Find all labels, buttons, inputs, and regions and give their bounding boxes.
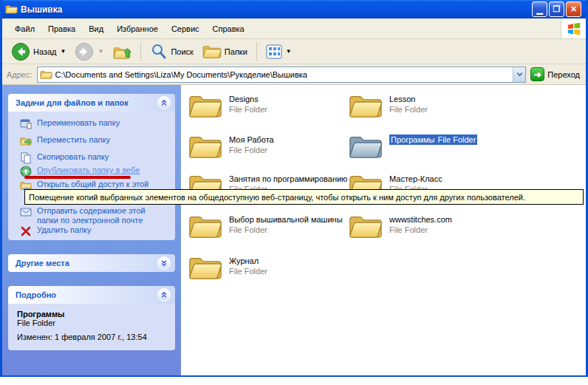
folder-tile-designs[interactable]: DesignsFile Folder (188, 92, 345, 120)
task-label: Отправить содержимое этой папки по элект… (37, 206, 165, 225)
folder-icon (349, 213, 383, 240)
folder-type: File Folder (436, 134, 477, 145)
search-button[interactable]: Поиск (147, 41, 196, 62)
explorer-window: Вышивка ▁ ❐ ✕ Файл Правка Вид Избранное … (0, 0, 588, 377)
copy-icon (20, 152, 32, 164)
folder-name: Мастер-Класс (389, 174, 442, 184)
folder-type: File Folder (389, 225, 452, 235)
folder-type: File Folder (229, 225, 343, 235)
folder-name: Lesson (389, 94, 428, 104)
address-path[interactable]: C:\Documents and Settings\Liza\My Docume… (55, 70, 307, 79)
address-combo[interactable]: C:\Documents and Settings\Liza\My Docume… (37, 67, 527, 83)
task-delete-folder[interactable]: Удалить папку (20, 225, 165, 237)
folders-icon (202, 44, 222, 60)
folder-type: File Folder (229, 145, 274, 155)
address-dropdown-button[interactable] (513, 67, 525, 82)
task-label: Скопировать папку (37, 152, 109, 162)
other-places-header[interactable]: Другие места (8, 254, 175, 272)
folder-name: Выбор вышивальной машины (229, 214, 343, 225)
folder-icon (349, 92, 383, 120)
screen: Вышивка ▁ ❐ ✕ Файл Правка Вид Избранное … (0, 0, 588, 385)
folders-label: Папки (225, 47, 247, 56)
folder-tile-vybor-mashiny[interactable]: Выбор вышивальной машиныFile Folder (188, 213, 345, 240)
folder-name: wwwstitches.com (389, 214, 452, 225)
folder-tile-moya-rabota[interactable]: Моя РаботаFile Folder (188, 133, 345, 160)
folder-name: Журнал (229, 256, 267, 266)
folders-button[interactable]: Папки (199, 42, 250, 61)
up-folder-icon (112, 43, 131, 61)
folder-name: Занятия по программированию (229, 174, 347, 184)
menu-view[interactable]: Вид (82, 22, 110, 35)
views-icon (266, 44, 282, 59)
folder-tile-programmy-selected[interactable]: ПрограммыFile Folder (349, 133, 505, 160)
folder-name: Моя Работа (229, 134, 274, 145)
folder-icon (188, 92, 222, 120)
toolbar-separator (256, 42, 257, 61)
back-label: Назад (33, 47, 57, 56)
file-list: DesignsFile Folder LessonFile Folder Моя… (181, 85, 586, 375)
forward-button[interactable]: ▼ (72, 41, 106, 63)
details-header[interactable]: Подробно (8, 286, 175, 304)
details-modified: Изменен: 1 февраля 2007 г., 13:54 (17, 333, 175, 341)
red-underline-annotation (24, 176, 131, 179)
task-label: Удалить папку (37, 225, 92, 235)
folder-tile-wwwstitches[interactable]: wwwstitches.comFile Folder (349, 213, 505, 240)
go-arrow-icon: ➜ (530, 67, 544, 81)
folder-icon (188, 133, 222, 160)
views-dropdown-icon[interactable]: ▼ (286, 48, 292, 55)
tooltip-text: Помещение копий выбранных элементов на о… (29, 193, 525, 202)
minimize-button[interactable]: ▁ (532, 1, 547, 17)
title-bar[interactable]: Вышивка ▁ ❐ ✕ (2, 0, 586, 18)
forward-icon (75, 42, 94, 61)
search-icon (150, 43, 168, 61)
back-button[interactable]: Назад ▼ (8, 41, 69, 63)
toolbar: Назад ▼ ▼ (2, 39, 586, 64)
move-folder-icon (20, 135, 32, 147)
menu-file[interactable]: Файл (8, 22, 41, 35)
menu-help[interactable]: Справка (206, 22, 251, 35)
address-label: Адрес: (7, 70, 33, 79)
other-places-title: Другие места (16, 259, 69, 268)
close-button[interactable]: ✕ (566, 1, 581, 17)
minimize-icon: ▁ (536, 6, 542, 14)
menu-favorites[interactable]: Избранное (110, 22, 165, 35)
menu-edit[interactable]: Правка (41, 22, 82, 35)
details-title: Подробно (16, 290, 56, 299)
maximize-icon: ❐ (553, 5, 561, 13)
go-button[interactable]: ➜ Переход (530, 67, 581, 81)
task-label: Переместить папку (37, 135, 110, 145)
task-rename-folder[interactable]: Переименовать папку (20, 118, 165, 130)
rename-icon (20, 118, 32, 130)
collapse-chevron-icon[interactable] (157, 288, 171, 301)
details-panel: Подробно Программы File Folder Изменен: … (8, 286, 175, 350)
tasks-panel-header[interactable]: Задачи для файлов и папок (8, 94, 175, 112)
search-label: Поиск (171, 47, 193, 56)
forward-dropdown-icon[interactable]: ▼ (98, 48, 103, 55)
menu-tools[interactable]: Сервис (165, 22, 206, 35)
task-email-folder[interactable]: Отправить содержимое этой папки по элект… (20, 206, 165, 225)
task-move-folder[interactable]: Переместить папку (20, 135, 165, 147)
back-dropdown-icon[interactable]: ▼ (61, 48, 66, 55)
folder-tile-lesson[interactable]: LessonFile Folder (349, 92, 505, 120)
folder-icon-selected (349, 133, 383, 160)
expand-chevron-icon[interactable] (157, 256, 171, 270)
folder-type: File Folder (229, 104, 267, 115)
details-folder-type: File Folder (17, 318, 175, 327)
task-copy-folder[interactable]: Скопировать папку (20, 152, 165, 164)
windows-logo (561, 18, 586, 38)
folder-name: Программы (389, 134, 436, 145)
folder-name: Designs (229, 94, 267, 104)
folder-tile-zhurnal[interactable]: ЖурналFile Folder (188, 254, 345, 282)
up-button[interactable] (109, 41, 134, 62)
task-label: Опубликовать папку в вебе (37, 166, 140, 175)
views-button[interactable]: ▼ (263, 43, 295, 61)
collapse-chevron-icon[interactable] (157, 96, 171, 109)
delete-icon (20, 225, 32, 237)
toolbar-separator (140, 42, 141, 61)
windows-flag-icon (567, 21, 581, 36)
details-folder-name: Программы (17, 310, 175, 318)
task-label: Открыть общий доступ к этой (37, 180, 148, 189)
go-label: Переход (547, 70, 580, 79)
tasks-panel: Задачи для файлов и папок Переименовать … (8, 94, 175, 240)
maximize-button[interactable]: ❐ (549, 1, 564, 17)
